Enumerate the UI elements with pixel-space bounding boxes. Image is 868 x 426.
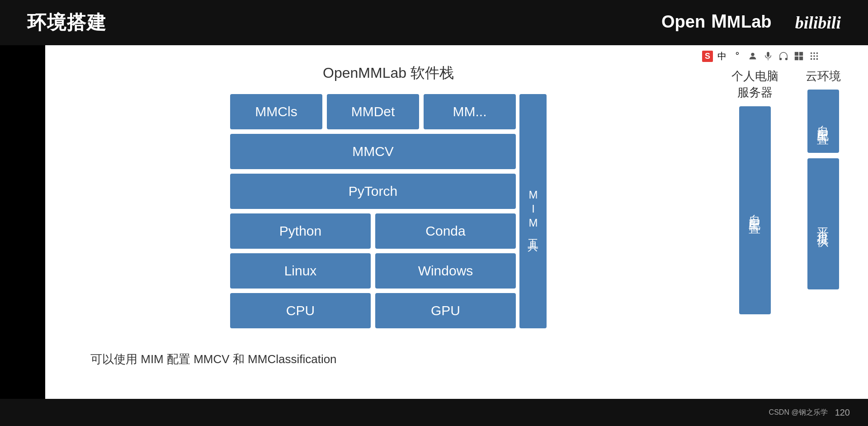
chinese-icon[interactable]: 中 [716, 50, 728, 62]
linux-block[interactable]: Linux [230, 253, 371, 289]
headphone-icon[interactable] [777, 50, 790, 62]
stack-row-6: CPU GPU [230, 293, 516, 328]
svg-rect-11 [795, 57, 798, 60]
slide-area: OpenMMLab 软件栈 MMCls MMDet MM... MMCV [45, 45, 868, 399]
mmdet-block[interactable]: MMDet [327, 94, 419, 129]
svg-point-19 [811, 58, 812, 60]
mmcls-block[interactable]: MMCls [230, 94, 322, 129]
svg-rect-9 [795, 52, 798, 56]
bottom-bar: CSDN @钢之乐学 120 [0, 399, 868, 426]
svg-text:M: M [711, 10, 727, 32]
stack-row-5: Linux Windows [230, 253, 516, 289]
svg-point-14 [813, 52, 815, 54]
mm-block[interactable]: MM... [424, 94, 516, 129]
cloud-column: 云环境 自主配置 平台提供 [806, 68, 841, 289]
svg-point-15 [816, 52, 818, 54]
slide-content: OpenMMLab 软件栈 MMCls MMDet MM... MMCV [72, 63, 841, 381]
stack-row-2: MMCV [230, 134, 516, 169]
cloud-config-block[interactable]: 自主配置 [807, 90, 839, 153]
windows-block[interactable]: Windows [375, 253, 516, 289]
mic-icon[interactable] [762, 50, 774, 62]
stack-title: OpenMMLab 软件栈 [323, 63, 454, 83]
bilibili-logo: bilibili [795, 13, 841, 33]
svg-point-21 [816, 58, 818, 60]
stack-row-1: MMCls MMDet MM... [230, 94, 516, 129]
svg-rect-5 [767, 52, 769, 57]
software-stack-section: OpenMMLab 软件栈 MMCls MMDet MM... MMCV [72, 63, 704, 381]
page-title: 环境搭建 [27, 10, 107, 35]
svg-rect-8 [786, 58, 788, 60]
page-number: 120 [835, 407, 850, 418]
s-button[interactable]: S [702, 51, 713, 62]
svg-rect-12 [799, 57, 803, 60]
svg-text:M: M [727, 13, 741, 31]
python-block[interactable]: Python [230, 213, 371, 249]
personal-title: 个人电脑服务器 [731, 68, 778, 101]
pytorch-block[interactable]: PyTorch [230, 174, 516, 209]
svg-rect-10 [799, 52, 803, 56]
svg-text:Open: Open [661, 12, 705, 31]
personal-config-block[interactable]: 自主配置 [739, 106, 771, 314]
slide-controls: S 中 ° [702, 50, 821, 62]
stack-row-4: Python Conda [230, 213, 516, 249]
deployment-section: 个人电脑服务器 自主配置 云环境 自主配置 平台提供 [731, 63, 841, 381]
mim-block[interactable]: MIM工具 [519, 94, 547, 328]
user-icon[interactable] [746, 50, 759, 62]
svg-rect-7 [780, 58, 782, 60]
slide-caption: 可以使用 MIM 配置 MMCV 和 MMClassification [90, 351, 337, 367]
csdn-label: CSDN @钢之乐学 [769, 408, 828, 417]
cloud-platform-block[interactable]: 平台提供 [807, 158, 839, 289]
svg-point-20 [813, 58, 815, 60]
svg-point-16 [811, 55, 812, 57]
logo-area: Open M M Lab bilibili [661, 9, 841, 36]
cloud-title: 云环境 [806, 68, 841, 84]
stack-main: MMCls MMDet MM... MMCV PyTorch Python [230, 94, 516, 328]
svg-text:Lab: Lab [741, 12, 772, 31]
svg-point-4 [751, 53, 754, 56]
mmcv-block[interactable]: MMCV [230, 134, 516, 169]
svg-point-17 [813, 55, 815, 57]
stack-row-3: PyTorch [230, 174, 516, 209]
top-bar: 环境搭建 Open M M Lab bilibili [0, 0, 868, 45]
grid-icon[interactable] [793, 50, 805, 62]
cpu-block[interactable]: CPU [230, 293, 371, 328]
apps-icon[interactable] [808, 50, 821, 62]
degree-icon[interactable]: ° [731, 50, 744, 62]
openmmlab-logo: Open M M Lab [661, 9, 788, 36]
personal-column: 个人电脑服务器 自主配置 [731, 68, 778, 314]
svg-point-18 [816, 55, 818, 57]
gpu-block[interactable]: GPU [375, 293, 516, 328]
conda-block[interactable]: Conda [375, 213, 516, 249]
svg-point-13 [811, 52, 812, 54]
stack-container: MMCls MMDet MM... MMCV PyTorch Python [230, 94, 547, 328]
